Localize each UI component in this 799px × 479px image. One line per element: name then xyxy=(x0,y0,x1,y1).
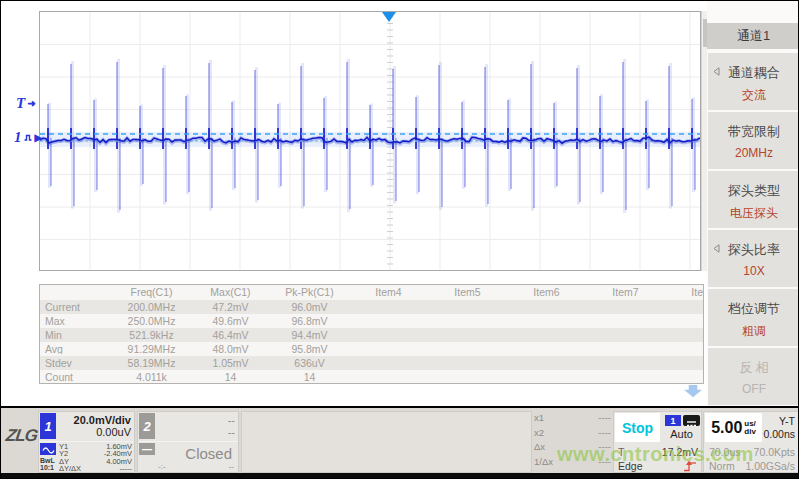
table-cell: 521.9kHz xyxy=(112,330,191,341)
table-column-header: Item6 xyxy=(507,287,586,298)
table-column-header: Item4 xyxy=(349,287,428,298)
table-row-label: Current xyxy=(40,302,112,313)
cursor-x-row: x2---- xyxy=(534,426,611,441)
trigger-position-marker-icon[interactable] xyxy=(382,12,396,22)
channel1-probe-ratio: 10:1 xyxy=(40,464,55,471)
trigger-delay: 0.00ns xyxy=(763,428,795,441)
channel2-ratio-placeholder: -:- xyxy=(158,462,166,471)
cursor-x-value: ---- xyxy=(598,426,611,441)
sidebar-item[interactable]: 探头类型电压探头 xyxy=(708,171,799,228)
channel2-coupling-icon: — xyxy=(139,443,155,455)
cursor-x-label: Δx xyxy=(534,440,545,455)
cursor-x-row: x1---- xyxy=(534,411,611,426)
trigger-level-value: 17.2mV xyxy=(662,446,698,458)
table-cell: 96.8mV xyxy=(270,316,349,327)
trigger-level-marker[interactable]: T ➜ xyxy=(16,95,36,112)
table-cell: 49.6mV xyxy=(191,316,270,327)
sidebar-item-label: 档位调节 xyxy=(708,300,799,318)
sidebar-item-value: 10X xyxy=(708,264,799,278)
table-row: Current200.0MHz47.2mV96.0mV xyxy=(40,300,703,314)
table-row-label: Max xyxy=(40,316,112,327)
cursor-x-value: ---- xyxy=(598,440,611,455)
sidebar-item-value: OFF xyxy=(708,382,799,396)
table-row: Max250.0MHz49.6mV96.8mV xyxy=(40,314,703,328)
channel1-badge[interactable]: 1 xyxy=(40,413,56,439)
ac-coupling-icon xyxy=(40,443,56,455)
cursor-x-readouts: x1----x2----Δx----1/Δx---- xyxy=(534,411,611,473)
table-column-header: Item7 xyxy=(586,287,665,298)
table-cell: 58.19MHz xyxy=(112,358,191,369)
timebase-scale-box[interactable]: 5.00 us/ div xyxy=(705,413,762,442)
channel1-marker-label: 1 xyxy=(14,129,22,146)
channel2-badge[interactable]: 2 xyxy=(139,413,155,439)
channel2-state: Closed xyxy=(158,445,232,462)
table-column-header: Item8 xyxy=(665,287,704,298)
sidebar-item[interactable]: 带宽限制20MHz xyxy=(708,112,799,169)
sidebar-item-value: 电压探头 xyxy=(708,205,799,222)
sidebar-item-label: 带宽限制 xyxy=(708,123,799,141)
sidebar-item-label: 探头类型 xyxy=(708,182,799,200)
right-arrow-icon: ➜ xyxy=(27,98,35,109)
cursor-readout-value: ----- xyxy=(120,465,133,472)
table-cell: 96.0mV xyxy=(270,302,349,313)
timebase-status-block[interactable]: 5.00 us/ div Y-T 0.00ns 70.0us 70.0Kpts … xyxy=(703,411,799,473)
table-header-row: Freq(C1)Max(C1)Pk-Pk(C1)Item4Item5Item6I… xyxy=(40,285,703,300)
table-row: Avg91.29MHz48.0mV95.8mV xyxy=(40,342,703,356)
timebase-scale: 5.00 xyxy=(711,419,742,437)
table-cell: 4.011k xyxy=(112,372,191,383)
screen-bottom-bezel xyxy=(1,473,799,479)
oscilloscope-screen: T ➜ 1 ▶ Freq(C1)Max(C1)Pk-Pk(C1)Item4Ite… xyxy=(0,0,799,479)
channel1-ground-marker[interactable]: 1 ▶ xyxy=(14,129,42,146)
table-column-header: Max(C1) xyxy=(191,287,270,298)
table-column-header: Item5 xyxy=(428,287,507,298)
trigger-status-block[interactable]: Stop 1 Auto T 17.2mV Edge xyxy=(613,411,702,473)
table-cell: 94.4mV xyxy=(270,330,349,341)
acquire-mode: Norm xyxy=(709,460,735,472)
waveform-display xyxy=(39,11,701,271)
table-scroll-down-arrow-icon[interactable] xyxy=(684,385,703,398)
cursor-x-row: 1/Δx---- xyxy=(534,455,611,470)
channel2-status-block[interactable]: 2 -- -- — Closed -:- -- xyxy=(137,411,239,473)
table-cell: 48.0mV xyxy=(191,344,270,355)
sidebar-item: 反 相OFF xyxy=(708,348,799,405)
sidebar-item-label: 通道耦合 xyxy=(708,64,799,82)
cursor-x-row: Δx---- xyxy=(534,440,611,455)
sidebar-item[interactable]: 探头比率10X xyxy=(708,230,799,287)
sidebar-item[interactable]: 档位调节粗调 xyxy=(708,289,799,346)
cursor-readout-label: ΔY/ΔX xyxy=(59,465,81,472)
status-bar: ZLG® 1 20.0mV/div 0.00uV BwL 10:1 Y11.60… xyxy=(1,406,799,474)
table-row-label: Min xyxy=(40,330,112,341)
sidebar-item-label: 反 相 xyxy=(708,359,799,377)
run-stop-state[interactable]: Stop xyxy=(615,413,660,442)
channel1-cursor-readouts: Y11.60mVY2-2.40mVΔY4.00mVΔY/ΔX----- xyxy=(59,443,132,472)
trigger-level-label: T xyxy=(618,446,624,458)
channel1-offset: 0.00uV xyxy=(59,426,131,438)
channel-menu-sidebar: 通道1 通道耦合交流带宽限制20MHz探头类型电压探头探头比率10X档位调节粗调… xyxy=(707,1,799,406)
table-cell: 46.4mV xyxy=(191,330,270,341)
table-column-header: Pk-Pk(C1) xyxy=(270,287,349,298)
channel1-status-block[interactable]: 1 20.0mV/div 0.00uV BwL 10:1 Y11.60mVY2-… xyxy=(38,411,135,473)
channel2-offset: -- xyxy=(158,426,235,438)
cursor-readout-row: ΔY/ΔX----- xyxy=(59,465,132,472)
trigger-mode[interactable]: Auto xyxy=(661,428,702,440)
sidebar-item-label: 探头比率 xyxy=(708,241,799,259)
table-row: Count4.011k1414 xyxy=(40,370,703,384)
memory-depth: 70.0Kpts xyxy=(754,446,795,458)
table-cell: 14 xyxy=(270,372,349,383)
trigger-type: Edge xyxy=(618,460,643,472)
cursor-x-label: x1 xyxy=(534,411,544,426)
sidebar-item-value: 20MHz xyxy=(708,146,799,160)
sample-rate: 1.00GSa/s xyxy=(745,460,795,472)
sidebar-item[interactable]: 通道耦合交流 xyxy=(708,53,799,110)
channel1-scale: 20.0mV/div xyxy=(59,414,131,426)
cursor-x-value: ---- xyxy=(598,455,611,470)
table-row: Min521.9kHz46.4mV94.4mV xyxy=(40,328,703,342)
table-cell: 95.8mV xyxy=(270,344,349,355)
cursor-x-label: 1/Δx xyxy=(534,455,553,470)
table-cell: 47.2mV xyxy=(191,302,270,313)
table-cell: 636uV xyxy=(270,358,349,369)
statusbar-spacer xyxy=(241,411,532,473)
submenu-left-arrow-icon xyxy=(713,244,720,253)
sidebar-item-value: 粗调 xyxy=(708,323,799,340)
trigger-level-label: T xyxy=(16,95,25,112)
